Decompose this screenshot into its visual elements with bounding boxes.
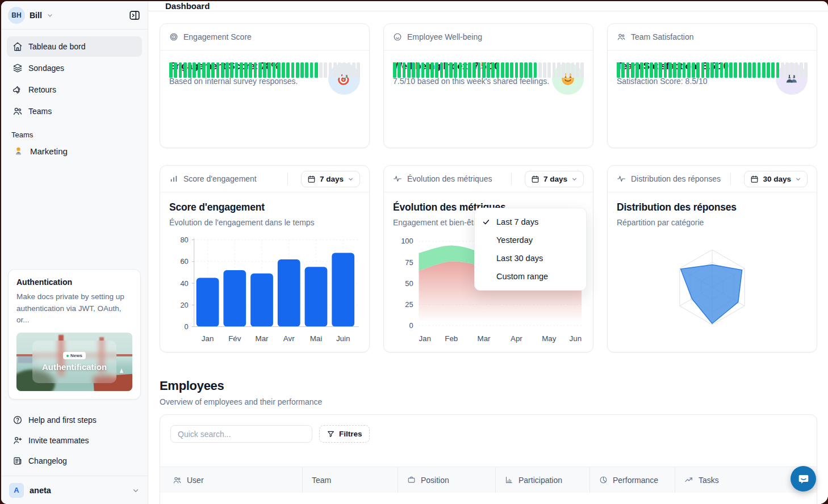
progress-segment bbox=[491, 62, 495, 78]
progress-segment bbox=[174, 62, 177, 78]
range-dropdown-menu: Last 7 days Yesterday Last 30 days Custo… bbox=[474, 208, 587, 291]
stat-cards-row: Engagement Score Engagement Score: 78% B… bbox=[160, 23, 817, 148]
progress-segment bbox=[538, 62, 542, 78]
progress-segment bbox=[403, 62, 406, 78]
column-header-label: Participation bbox=[518, 476, 562, 485]
progress-segment bbox=[701, 62, 705, 78]
progress-segment bbox=[398, 62, 401, 78]
page-title: Dashboard bbox=[165, 1, 210, 11]
column-header-user[interactable]: User bbox=[160, 467, 302, 493]
green-dot-icon bbox=[66, 355, 69, 357]
menu-item-custom-range[interactable]: Custom range bbox=[475, 267, 586, 285]
help-circle-icon bbox=[12, 415, 23, 425]
smiley-icon bbox=[393, 32, 402, 41]
progress-segment bbox=[324, 62, 327, 78]
users-icon bbox=[12, 106, 23, 116]
svg-text:100: 100 bbox=[401, 237, 413, 245]
range-selector-button[interactable]: 30 days bbox=[744, 171, 808, 187]
column-header-performance[interactable]: Performance bbox=[589, 467, 675, 493]
progress-segment bbox=[487, 62, 490, 78]
bar-chart: 020406080JanFévMarAvrMaiJuin bbox=[169, 234, 360, 347]
progress-segment bbox=[315, 62, 318, 78]
column-header-label: Performance bbox=[613, 476, 658, 485]
progress-segment bbox=[407, 62, 411, 78]
sidebar-item-sondages[interactable]: Sondages bbox=[7, 58, 142, 78]
sidebar-item-marketing[interactable]: Marketing bbox=[1, 141, 148, 161]
progress-segment bbox=[333, 62, 337, 78]
progress-segment bbox=[454, 62, 457, 78]
progress-segment bbox=[240, 62, 243, 78]
progress-segment bbox=[286, 62, 290, 78]
sidebar-item-changelog[interactable]: Changelog bbox=[7, 451, 142, 471]
filters-button[interactable]: Filtres bbox=[319, 425, 370, 443]
column-header-team[interactable]: Team bbox=[302, 467, 398, 493]
sidebar-collapse-button[interactable] bbox=[128, 9, 141, 22]
news-badge: News bbox=[63, 352, 86, 359]
column-header-label: User bbox=[187, 476, 204, 485]
account-name: aneta bbox=[30, 486, 51, 495]
menu-item-last-7-days[interactable]: Last 7 days bbox=[475, 213, 586, 231]
svg-text:80: 80 bbox=[180, 236, 188, 244]
progress-segment bbox=[562, 62, 565, 78]
progress-segment bbox=[790, 62, 793, 78]
progress-segment bbox=[739, 62, 742, 78]
promo-card-authentication[interactable]: Authentication Make docs private by sett… bbox=[8, 269, 141, 400]
svg-text:25: 25 bbox=[405, 300, 413, 309]
progress-segment bbox=[543, 62, 546, 78]
progress-segment bbox=[640, 62, 643, 78]
svg-text:50: 50 bbox=[405, 279, 413, 288]
progress-segment bbox=[692, 62, 695, 78]
chart-card-header: Score d'engagement 7 days bbox=[160, 166, 369, 192]
range-selector-button[interactable]: 7 days bbox=[301, 171, 360, 187]
chevron-down-icon bbox=[795, 176, 801, 182]
progress-segment bbox=[729, 62, 733, 78]
radar-chart bbox=[617, 236, 808, 341]
sidebar-item-teams[interactable]: Teams bbox=[7, 101, 142, 121]
menu-item-yesterday[interactable]: Yesterday bbox=[475, 231, 586, 249]
sidebar-item-invite[interactable]: Invite teammates bbox=[7, 430, 142, 451]
chevron-down-icon bbox=[571, 176, 578, 182]
progress-segment bbox=[267, 62, 271, 78]
progress-segment bbox=[426, 62, 429, 78]
stat-card-header: Employee Well-being bbox=[384, 24, 593, 51]
intercom-chat-button[interactable] bbox=[791, 466, 816, 492]
stat-card-wellbeing: Employee Well-being Well-being Index: 7.… bbox=[383, 23, 593, 148]
progress-segment bbox=[440, 62, 444, 78]
svg-text:40: 40 bbox=[180, 279, 188, 288]
stat-card-header: Team Satisfaction bbox=[608, 24, 817, 51]
account-avatar: A bbox=[9, 483, 24, 498]
stat-card-satisfaction: Team Satisfaction Team Satisfaction: 8.5… bbox=[607, 23, 817, 148]
stat-card-header-label: Team Satisfaction bbox=[631, 32, 694, 41]
search-input[interactable] bbox=[170, 425, 312, 443]
activity-icon bbox=[617, 174, 626, 183]
progress-segment bbox=[393, 62, 396, 78]
sidebar-item-tableau-de-bord[interactable]: Tableau de bord bbox=[7, 36, 142, 57]
promo-body: Make docs private by setting up authenti… bbox=[16, 291, 132, 326]
progress-segment bbox=[520, 62, 523, 78]
employees-section: Employees Overview of employees and thei… bbox=[160, 379, 817, 504]
progress-segment bbox=[300, 62, 304, 78]
svg-text:Fév: Fév bbox=[228, 334, 241, 343]
calendar-icon bbox=[531, 175, 540, 183]
menu-item-label: Last 7 days bbox=[496, 217, 538, 226]
workspace-avatar[interactable]: BH bbox=[8, 7, 25, 24]
promo-image-golden-gate[interactable]: News Authentification bbox=[16, 333, 132, 391]
range-selector-button[interactable]: 7 days bbox=[525, 171, 584, 187]
sidebar-item-help[interactable]: Help and first steps bbox=[7, 410, 142, 430]
table-header-row: User Team Position bbox=[160, 467, 817, 493]
progress-segment bbox=[412, 62, 415, 78]
divider bbox=[511, 173, 512, 185]
progress-segment bbox=[478, 62, 481, 78]
progress-segment bbox=[244, 62, 248, 78]
range-label: 7 days bbox=[543, 175, 567, 183]
account-switcher[interactable]: A aneta bbox=[1, 476, 148, 504]
column-header-position[interactable]: Position bbox=[398, 467, 495, 493]
sidebar-item-retours[interactable]: Retours bbox=[7, 79, 142, 100]
table-toolbar: Filtres bbox=[160, 415, 817, 453]
progress-segment bbox=[631, 62, 634, 78]
progress-segment bbox=[273, 62, 276, 78]
sidebar: BH Bill Tableau de bord Sondages bbox=[1, 1, 148, 504]
workspace-name[interactable]: Bill bbox=[30, 11, 42, 20]
column-header-participation[interactable]: Participation bbox=[495, 467, 589, 493]
menu-item-last-30-days[interactable]: Last 30 days bbox=[475, 249, 586, 267]
